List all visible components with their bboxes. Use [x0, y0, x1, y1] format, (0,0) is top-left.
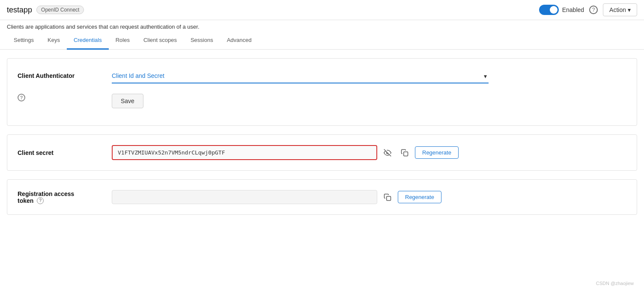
- tab-credentials[interactable]: Credentials: [67, 32, 109, 50]
- client-authenticator-select[interactable]: Client Id and Secret Signed Jwt Signed J…: [112, 69, 489, 83]
- client-authenticator-row: Client Authenticator Client Id and Secre…: [18, 69, 626, 83]
- eye-slash-icon: [384, 149, 391, 157]
- registration-token-input-wrapper: Regenerate: [112, 190, 626, 204]
- tab-client-scopes[interactable]: Client scopes: [137, 32, 184, 50]
- help-circle-icon: ?: [18, 94, 25, 101]
- save-spacer: ?: [18, 90, 112, 101]
- regenerate-secret-button[interactable]: Regenerate: [415, 146, 459, 159]
- copy-reg-icon: [384, 193, 391, 201]
- tabs-bar: Settings Keys Credentials Roles Client s…: [0, 32, 644, 50]
- regenerate-reg-token-button[interactable]: Regenerate: [398, 191, 441, 203]
- registration-token-card: Registration access token ? Regenerate: [7, 179, 637, 215]
- toggle-thumb: [550, 6, 558, 14]
- client-secret-input-wrapper: Regenerate: [112, 145, 626, 160]
- svg-rect-2: [387, 196, 391, 200]
- registration-token-label: Registration access token ?: [18, 190, 112, 204]
- client-authenticator-label: Client Authenticator: [18, 69, 112, 79]
- hide-secret-button[interactable]: [381, 146, 394, 160]
- chevron-down-icon: ▾: [628, 6, 631, 13]
- svg-rect-1: [404, 151, 408, 156]
- main-content: Client Authenticator Client Id and Secre…: [0, 50, 644, 223]
- copy-icon: [401, 149, 408, 157]
- tab-roles[interactable]: Roles: [109, 32, 137, 50]
- help-icon[interactable]: ?: [589, 6, 598, 14]
- client-authenticator-card: Client Authenticator Client Id and Secre…: [7, 58, 637, 126]
- header-right: Enabled ? Action ▾: [539, 3, 637, 16]
- client-authenticator-select-wrapper: Client Id and Secret Signed Jwt Signed J…: [112, 69, 489, 83]
- page-subtitle: Clients are applications and services th…: [0, 20, 644, 32]
- toggle-track: [539, 5, 559, 15]
- copy-secret-button[interactable]: [398, 146, 411, 160]
- app-title: testapp: [7, 6, 32, 15]
- tab-sessions[interactable]: Sessions: [184, 32, 220, 50]
- openid-connect-badge: OpenID Connect: [36, 6, 84, 14]
- registration-token-label-line2: token ?: [18, 197, 112, 204]
- client-secret-card: Client secret Regenerate: [7, 134, 637, 171]
- registration-token-field[interactable]: [112, 190, 377, 204]
- client-secret-field[interactable]: [112, 145, 377, 160]
- save-button[interactable]: Save: [112, 94, 143, 108]
- reg-help-icon: ?: [37, 197, 44, 204]
- registration-token-row: Registration access token ? Regenerate: [18, 190, 626, 204]
- client-secret-row: Client secret Regenerate: [18, 145, 626, 160]
- client-authenticator-control: Client Id and Secret Signed Jwt Signed J…: [112, 69, 626, 83]
- client-secret-label: Client secret: [18, 149, 112, 156]
- tab-settings[interactable]: Settings: [7, 32, 41, 50]
- action-button[interactable]: Action ▾: [603, 3, 637, 16]
- save-row: ? Save: [18, 90, 626, 108]
- enabled-toggle-container[interactable]: Enabled: [539, 5, 584, 15]
- tab-keys[interactable]: Keys: [41, 32, 67, 50]
- copy-reg-token-button[interactable]: [381, 190, 394, 204]
- save-control: Save: [112, 90, 626, 108]
- enabled-toggle[interactable]: [539, 5, 559, 15]
- tab-advanced[interactable]: Advanced: [220, 32, 259, 50]
- header: testapp OpenID Connect Enabled ? Action …: [0, 0, 644, 20]
- enabled-label: Enabled: [562, 6, 584, 13]
